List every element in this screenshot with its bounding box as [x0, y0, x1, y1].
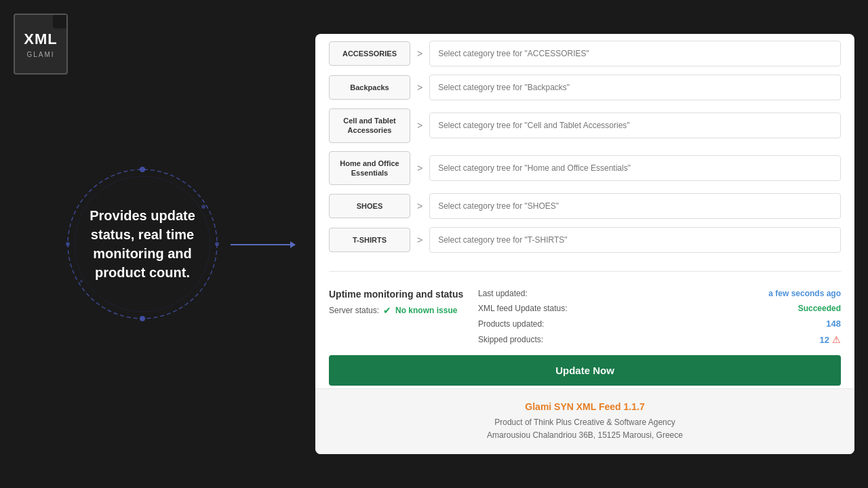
last-updated-row: Last updated: a few seconds ago: [478, 289, 841, 298]
check-circle-icon: ✔: [383, 305, 391, 316]
logo-glami-text: GLAMI: [26, 51, 54, 58]
skipped-products-row: Skipped products: 12 ⚠: [478, 334, 841, 345]
category-btn-tshirts[interactable]: T-SHIRTS: [329, 228, 410, 252]
chevron-icon: >: [417, 82, 422, 93]
server-status: Server status: ✔ No known issue: [329, 305, 465, 316]
server-status-value: No known issue: [395, 306, 457, 315]
chevron-icon: >: [417, 163, 422, 174]
category-btn-home-office[interactable]: Home and Office Essentials: [329, 151, 410, 186]
footer-line2: Amarousiou Chalandriou 36B, 15125 Marous…: [329, 429, 841, 442]
svg-point-4: [140, 316, 145, 321]
category-btn-backpacks[interactable]: Backpacks: [329, 75, 410, 100]
category-section: ACCESSORIES > Backpacks > Cell and Table…: [315, 34, 854, 268]
category-input-accessories[interactable]: [429, 41, 841, 66]
chevron-icon: >: [417, 48, 422, 59]
status-title: Uptime monitoring and status: [329, 289, 465, 300]
svg-point-2: [140, 167, 145, 172]
products-updated-row: Products updated: 148: [478, 319, 841, 329]
status-right: Last updated: a few seconds ago XML feed…: [478, 289, 841, 345]
status-section: Uptime monitoring and status Server stat…: [315, 275, 854, 355]
footer-section: Glami SYN XML Feed 1.1.7 Product of Thin…: [315, 388, 854, 454]
logo: XML GLAMI: [14, 14, 68, 75]
footer-line1: Product of Think Plus Creative & Softwar…: [329, 416, 841, 429]
update-btn-container: Update Now: [315, 355, 854, 388]
xml-feed-label: XML feed Update status:: [478, 304, 568, 313]
skipped-products-value: 12: [820, 335, 829, 345]
last-updated-value: a few seconds ago: [768, 289, 841, 298]
left-panel: XML GLAMI Provides update status, real t…: [0, 0, 285, 488]
skip-count-container: 12 ⚠: [820, 334, 841, 345]
divider: [329, 271, 841, 272]
category-row: SHOES >: [329, 193, 841, 219]
content-area[interactable]: ACCESSORIES > Backpacks > Cell and Table…: [315, 34, 854, 388]
xml-feed-row: XML feed Update status: Succeeded: [478, 304, 841, 313]
category-row: T-SHIRTS >: [329, 227, 841, 253]
category-input-backpacks[interactable]: [429, 75, 841, 100]
products-updated-value: 148: [826, 319, 841, 329]
update-now-button[interactable]: Update Now: [329, 355, 841, 386]
status-left: Uptime monitoring and status Server stat…: [329, 289, 465, 345]
chevron-icon: >: [417, 235, 422, 245]
footer-title: Glami SYN XML Feed 1.1.7: [329, 401, 841, 412]
circle-description: Provides update status, real time monito…: [61, 192, 224, 296]
category-btn-cell-tablet[interactable]: Cell and Tablet Accessories: [329, 108, 410, 143]
chevron-icon: >: [417, 120, 422, 131]
category-row: ACCESSORIES >: [329, 41, 841, 66]
category-input-cell-tablet[interactable]: [429, 113, 841, 138]
category-input-home-office[interactable]: [429, 155, 841, 181]
category-row: Home and Office Essentials >: [329, 151, 841, 186]
server-status-label: Server status:: [329, 306, 379, 315]
category-row: Backpacks >: [329, 75, 841, 100]
category-input-shoes[interactable]: [429, 193, 841, 219]
chevron-icon: >: [417, 201, 422, 211]
logo-xml-text: XML: [24, 30, 57, 48]
error-circle-icon: ⚠: [832, 334, 841, 345]
category-btn-shoes[interactable]: SHOES: [329, 194, 410, 218]
category-row: Cell and Tablet Accessories >: [329, 108, 841, 143]
arrow-connector: [231, 244, 295, 245]
circle-container: Provides update status, real time monito…: [61, 163, 224, 325]
category-btn-accessories[interactable]: ACCESSORIES: [329, 41, 410, 66]
products-updated-label: Products updated:: [478, 319, 544, 329]
main-panel: ACCESSORIES > Backpacks > Cell and Table…: [315, 34, 854, 454]
logo-box: XML GLAMI: [14, 14, 68, 75]
last-updated-label: Last updated:: [478, 289, 528, 298]
category-input-tshirts[interactable]: [429, 227, 841, 253]
xml-feed-value: Succeeded: [798, 304, 841, 313]
skipped-products-label: Skipped products:: [478, 335, 543, 344]
